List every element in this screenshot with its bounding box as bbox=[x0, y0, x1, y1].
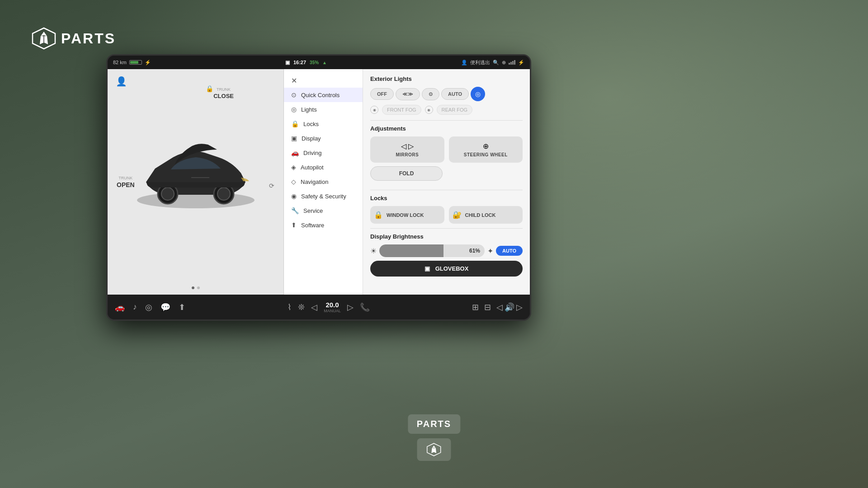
map-indicator: ▲ bbox=[322, 60, 327, 65]
status-center: ▣ 16:27 35% ▲ bbox=[285, 60, 327, 66]
nav-item-service[interactable]: 🔧 Service bbox=[284, 203, 363, 218]
glovebox-icon: ▣ bbox=[425, 265, 430, 272]
light-drl-btn[interactable]: ≪≫ bbox=[396, 88, 420, 100]
taskbar-music-icon[interactable]: ♪ bbox=[133, 302, 137, 312]
close-button[interactable]: ✕ bbox=[284, 74, 363, 88]
driving-icon: 🚗 bbox=[291, 149, 299, 156]
taskbar-car-icon[interactable]: 🚗 bbox=[115, 302, 125, 312]
car-panel: 👤 TRUNK OPEN TRUNK CLOSE 🔒 bbox=[108, 69, 284, 295]
nav-label-service: Service bbox=[303, 207, 323, 214]
fog-row: ◉ FRONT FOG ◉ REAR FOG bbox=[370, 105, 523, 115]
brightness-value: 61% bbox=[469, 248, 480, 254]
taskbar-apps-icon[interactable]: ⬆ bbox=[179, 302, 185, 312]
light-parking-btn[interactable]: ⊙ bbox=[422, 88, 439, 100]
signal-bar-4 bbox=[514, 60, 515, 65]
taskbar-phone-icon[interactable]: 📞 bbox=[360, 302, 370, 312]
nav-label-safety: Safety & Security bbox=[301, 193, 346, 200]
nav-item-locks[interactable]: 🔒 Locks bbox=[284, 117, 363, 131]
software-icon: ⬆ bbox=[291, 221, 297, 229]
front-fog-btn[interactable]: FRONT FOG bbox=[382, 105, 421, 115]
bottom-logo-icon bbox=[426, 443, 442, 456]
lights-icon: ◎ bbox=[291, 106, 297, 113]
taskbar-fan-icon[interactable]: ❊ bbox=[298, 302, 305, 312]
fog-rear-circle: ◉ bbox=[425, 106, 433, 114]
nav-item-driving[interactable]: 🚗 Driving bbox=[284, 145, 363, 160]
rear-fog-btn[interactable]: REAR FOG bbox=[437, 105, 472, 115]
map-label: 便利逃出 bbox=[470, 59, 490, 66]
share-icon: ⊕ bbox=[502, 60, 506, 66]
taskbar-left: 🚗 ♪ ◎ 💬 ⬆ bbox=[115, 302, 185, 312]
window-lock-label: WINDOW LOCK bbox=[387, 212, 424, 218]
person-status-icon: 👤 bbox=[116, 76, 127, 87]
battery-percent: 35% bbox=[310, 60, 319, 65]
taskbar-messages-icon[interactable]: 💬 bbox=[160, 302, 170, 312]
status-bar: 82 km ⚡ ▣ 16:27 35% ▲ 👤 便利逃出 🔍 ⊕ ⚡ bbox=[108, 56, 530, 69]
charge-icon: ⚡ bbox=[145, 60, 151, 66]
mirrors-btn[interactable]: ◁ ▷ MIRRORS bbox=[370, 136, 444, 163]
locks-title: Locks bbox=[370, 195, 523, 202]
temp-label: MANUAL bbox=[324, 309, 341, 313]
navigation-icon: ◇ bbox=[291, 178, 296, 185]
safety-icon: ◉ bbox=[291, 192, 297, 200]
signal-bars bbox=[509, 60, 515, 65]
light-auto-btn[interactable]: AUTO bbox=[441, 88, 469, 100]
nav-label-quick-controls: Quick Controls bbox=[301, 92, 340, 99]
brand-name: PARTS bbox=[61, 30, 116, 47]
nav-item-software[interactable]: ⬆ Software bbox=[284, 218, 363, 232]
divider-2 bbox=[370, 190, 523, 190]
nav-item-quick-controls[interactable]: ⊙ Quick Controls bbox=[284, 88, 363, 102]
nav-item-navigation[interactable]: ◇ Navigation bbox=[284, 174, 363, 189]
car-svg bbox=[128, 137, 264, 218]
brightness-low-icon: ☀ bbox=[370, 247, 377, 255]
divider-3 bbox=[370, 228, 523, 229]
lights-row: OFF ≪≫ ⊙ AUTO ◎ bbox=[370, 87, 523, 101]
brightness-slider[interactable]: 61% bbox=[379, 244, 485, 257]
brightness-fill bbox=[379, 244, 443, 257]
glovebox-btn[interactable]: ▣ GLOVEBOX bbox=[370, 261, 523, 277]
bottom-brand-name: PARTS bbox=[408, 414, 460, 434]
dot-2[interactable] bbox=[197, 286, 200, 289]
fold-btn[interactable]: FOLD bbox=[370, 166, 443, 181]
close-trunk-btn[interactable]: CLOSE bbox=[213, 93, 234, 99]
nav-item-autopilot[interactable]: ◈ Autopilot bbox=[284, 160, 363, 174]
taskbar-prev-temp[interactable]: ◁ bbox=[311, 302, 317, 312]
nav-item-safety[interactable]: ◉ Safety & Security bbox=[284, 189, 363, 203]
glovebox-label: GLOVEBOX bbox=[435, 265, 469, 272]
quick-controls-icon: ⊙ bbox=[291, 91, 297, 99]
brand-logo: PARTS bbox=[32, 27, 116, 50]
taskbar-right: ⊞ ⊟ ◁ 🔊 ▷ bbox=[472, 302, 523, 312]
signal-bar-3 bbox=[512, 61, 514, 65]
tablet-icon: ▣ bbox=[285, 60, 290, 66]
taskbar-vol-icon: 🔊 bbox=[505, 302, 514, 312]
time-display: 16:27 bbox=[293, 60, 306, 65]
light-off-btn[interactable]: OFF bbox=[370, 88, 394, 100]
brightness-auto-btn[interactable]: AUTO bbox=[496, 246, 523, 256]
taskbar-rear-defrost-icon[interactable]: ⊞ bbox=[472, 302, 479, 312]
divider-1 bbox=[370, 120, 523, 121]
taskbar-front-defrost-icon[interactable]: ⊟ bbox=[484, 302, 491, 312]
tp-logo-icon bbox=[32, 27, 57, 50]
window-lock-btn[interactable]: 🔒 WINDOW LOCK bbox=[370, 206, 444, 224]
steering-wheel-btn[interactable]: ⊕ STEERING WHEEL bbox=[449, 136, 523, 163]
taskbar-seat-icon[interactable]: ⌇ bbox=[288, 302, 292, 312]
status-left: 82 km ⚡ bbox=[113, 60, 151, 66]
light-active-icon[interactable]: ◎ bbox=[471, 87, 485, 101]
light-active-glyph: ◎ bbox=[475, 90, 481, 98]
taskbar-next-temp[interactable]: ▷ bbox=[347, 302, 354, 312]
taskbar-vol-down-icon[interactable]: ◁ bbox=[496, 302, 503, 312]
brightness-row: ☀ 61% ✦ AUTO bbox=[370, 244, 523, 257]
pagination-dots bbox=[192, 286, 200, 289]
close-trunk-area: TRUNK CLOSE bbox=[213, 87, 234, 100]
nav-item-lights[interactable]: ◎ Lights bbox=[284, 102, 363, 117]
child-lock-btn[interactable]: 🔐 CHILD LOCK bbox=[449, 206, 523, 224]
side-car-icon: ⟳ bbox=[269, 182, 274, 189]
taskbar-nav-icon[interactable]: ◎ bbox=[145, 302, 152, 312]
svg-point-4 bbox=[161, 188, 174, 200]
person-icon: 👤 bbox=[461, 60, 467, 66]
nav-item-display[interactable]: ▣ Display bbox=[284, 131, 363, 145]
taskbar-vol-up-icon[interactable]: ▷ bbox=[516, 302, 523, 312]
nav-label-autopilot: Autopilot bbox=[301, 164, 324, 171]
brightness-high-icon: ✦ bbox=[487, 247, 493, 255]
battery-indicator bbox=[129, 60, 142, 65]
dot-1[interactable] bbox=[192, 286, 194, 289]
